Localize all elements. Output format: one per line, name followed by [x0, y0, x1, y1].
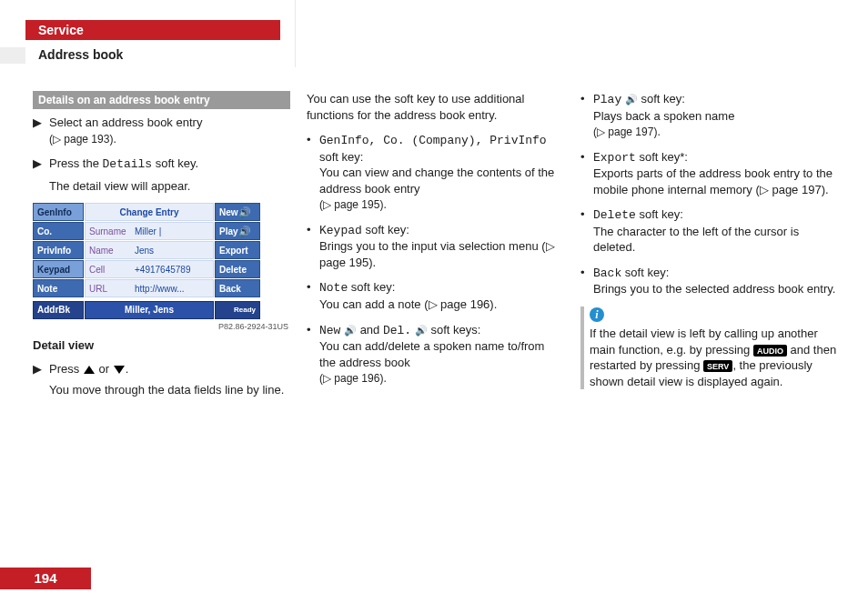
desc: You can view and change the contents of …	[319, 166, 554, 196]
footer-status: Ready	[215, 301, 260, 319]
image-caption-id: P82.86-2924-31US	[33, 321, 288, 332]
text: soft keys:	[428, 323, 481, 337]
field-name: NameJens	[85, 241, 214, 259]
softkey-back[interactable]: Back	[215, 279, 260, 297]
step-text: or	[96, 362, 113, 376]
bullet-marker-icon: •	[580, 265, 593, 297]
softkey-privinfo[interactable]: PrivInfo	[33, 241, 84, 259]
info-icon: i	[590, 307, 604, 322]
bullet-marker-icon: •	[307, 322, 319, 387]
service-tab: Service	[25, 20, 280, 40]
step-result: You move through the data fields line by…	[49, 383, 284, 397]
softkey-export[interactable]: Export	[215, 241, 260, 259]
text: soft key:	[636, 207, 683, 221]
step-text: Press the	[49, 156, 103, 170]
info-note: i If the detail view is left by calling …	[580, 306, 838, 389]
bullet-marker-icon: •	[580, 91, 593, 140]
text: and	[357, 323, 383, 337]
step-result: The detail view will appear.	[49, 179, 190, 193]
softkey-code: Back	[593, 266, 621, 280]
bullet-note: • Note soft key: You can add a note (▷ p…	[307, 279, 564, 312]
footer-name: Miller, Jens	[85, 301, 214, 319]
step-text: .	[126, 362, 129, 376]
bullet-marker-icon: •	[307, 132, 319, 213]
detail-view-heading: Detail view	[33, 337, 290, 354]
speaker-icon: 🔊	[415, 325, 428, 336]
intro-text: You can use the soft key to use addition…	[307, 91, 564, 123]
softkey-code: Note	[319, 281, 348, 295]
page-ref: (▷ page 197).	[593, 126, 661, 138]
desc: Plays back a spoken name	[593, 109, 734, 123]
step-text: Press	[49, 362, 83, 376]
info-bar-icon	[580, 306, 584, 389]
step-text: soft key.	[152, 156, 198, 170]
desc: Brings you to the selected address book …	[593, 282, 835, 296]
bullet-export: • Export soft key*: Exports parts of the…	[580, 149, 838, 198]
device-screenshot: GenInfo Change Entry New 🔊 Co. SurnameMi…	[33, 203, 260, 319]
text: soft key:	[348, 280, 395, 294]
page-ref: (▷ page 195).	[319, 198, 387, 211]
bullet-geninfo: • GenInfo, Co. (Company), PrivInfo soft …	[307, 132, 564, 213]
softkey-code: GenInfo, Co. (Company), PrivInfo	[319, 134, 547, 147]
speaker-icon: 🔊	[344, 325, 357, 336]
bullet-play: • Play 🔊 soft key: Plays back a spoken n…	[580, 91, 838, 140]
header-divider	[295, 0, 296, 67]
up-arrow-icon	[84, 366, 95, 374]
field-url: URLhttp://www...	[85, 279, 214, 297]
page-ref: (▷ page 193).	[49, 133, 116, 146]
bullet-keypad: • Keypad soft key: Brings you to the inp…	[307, 222, 564, 271]
softkey-code: Keypad	[319, 224, 362, 237]
softkey-code: Details	[103, 157, 153, 171]
step-select-entry: ▶ Select an address book entry (▷ page 1…	[33, 115, 290, 146]
softkey-code: Del.	[383, 324, 411, 337]
subheading-details: Details on an address book entry	[33, 91, 290, 109]
softkey-play[interactable]: Play 🔊	[215, 222, 260, 240]
softkey-note[interactable]: Note	[33, 279, 84, 297]
bullet-marker-icon: •	[580, 149, 593, 198]
softkey-geninfo[interactable]: GenInfo	[33, 203, 84, 221]
softkey-keypad[interactable]: Keypad	[33, 260, 84, 278]
serv-button-icon: SERV	[703, 360, 732, 372]
softkey-code: Delete	[593, 208, 636, 222]
screen-title: Change Entry	[85, 203, 214, 221]
step-press-arrows: ▶ Press or . You move through the data f…	[33, 361, 290, 398]
softkey-new[interactable]: New 🔊	[215, 203, 260, 221]
page-ref: (▷ page 196).	[319, 372, 387, 385]
softkey-co[interactable]: Co.	[33, 222, 84, 240]
desc: The character to the left of the cursor …	[593, 225, 799, 255]
bullet-delete: • Delete soft key: The character to the …	[580, 206, 838, 256]
audio-button-icon: AUDIO	[753, 345, 787, 357]
speaker-icon: 🔊	[625, 94, 638, 105]
column-2: You can use the soft key to use addition…	[307, 91, 564, 407]
section-title: Address book	[38, 47, 123, 62]
softkey-delete[interactable]: Delete	[215, 260, 260, 278]
text: soft key*:	[636, 150, 688, 164]
softkey-code: New	[319, 324, 340, 337]
desc: Exports parts of the address book entry …	[593, 166, 833, 196]
bullet-marker-icon: •	[307, 279, 319, 312]
text: soft key:	[319, 150, 363, 164]
step-marker-icon: ▶	[33, 115, 49, 146]
page-number: 194	[0, 568, 91, 589]
speaker-icon: 🔊	[238, 225, 251, 238]
column-3: • Play 🔊 soft key: Plays back a spoken n…	[580, 91, 838, 407]
text: soft key:	[362, 223, 409, 236]
step-text: Select an address book entry	[49, 116, 202, 129]
column-1: Details on an address book entry ▶ Selec…	[33, 91, 290, 407]
down-arrow-icon	[114, 366, 125, 374]
desc: Brings you to the input via selection me…	[319, 239, 555, 269]
bullet-marker-icon: •	[307, 222, 319, 271]
step-marker-icon: ▶	[33, 361, 49, 398]
field-surname: SurnameMiller |	[85, 222, 214, 240]
desc: You can add a note (▷ page 196).	[319, 297, 497, 311]
speaker-icon: 🔊	[238, 206, 251, 219]
softkey-code: Export	[593, 151, 636, 165]
footer-addrbk[interactable]: AddrBk	[33, 301, 84, 319]
bullet-back: • Back soft key: Brings you to the selec…	[580, 265, 838, 297]
step-press-details: ▶ Press the Details soft key. The detail…	[33, 156, 290, 194]
softkey-code: Play	[593, 93, 621, 106]
bullet-marker-icon: •	[580, 206, 593, 256]
step-marker-icon: ▶	[33, 156, 49, 194]
bullet-new-del: • New 🔊 and Del. 🔊 soft keys: You can ad…	[307, 322, 564, 387]
text: soft key:	[638, 92, 685, 106]
